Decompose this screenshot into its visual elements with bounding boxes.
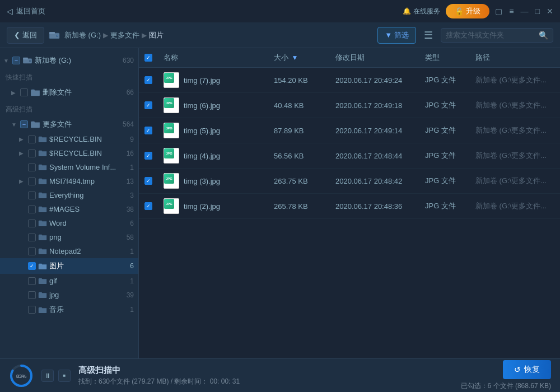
online-service[interactable]: 🔔 在线服务 xyxy=(403,7,440,16)
sidebar-item-drive[interactable]: ▼ 新加卷 (G:) 630 xyxy=(0,53,138,68)
sidebar-item-word[interactable]: Word 6 xyxy=(0,216,138,230)
sidebar-item-gif[interactable]: gif 1 xyxy=(0,274,138,288)
status-detail: 找到：630个文件 (279.27 MB) / 剩余时间： 00: 00: 31 xyxy=(78,377,453,386)
sidebar-item-systemvol[interactable]: System Volume Inf... 1 xyxy=(0,160,138,174)
table-row[interactable]: JPG timg (7).jpg 154.20 KB 2020.06.17 20… xyxy=(139,68,560,93)
table-row[interactable]: JPG timg (4).jpg 56.56 KB 2020.06.17 20:… xyxy=(139,143,560,169)
search-input[interactable] xyxy=(446,31,535,39)
sidebar-item-pictures[interactable]: 图片 6 xyxy=(0,258,138,274)
sidebar-item-recycle2[interactable]: ▶ $RECYCLE.BIN 16 xyxy=(0,146,138,160)
maximize-button[interactable]: □ xyxy=(535,7,540,16)
sidebar-checkbox-drive[interactable] xyxy=(12,57,20,64)
sidebar-checkbox-morefiles[interactable] xyxy=(20,120,28,128)
cell-check-0[interactable] xyxy=(139,68,158,93)
row-checkbox-0[interactable] xyxy=(144,76,152,84)
breadcrumb-morefiles[interactable]: 更多文件 xyxy=(110,30,139,40)
table-row[interactable]: JPG timg (2).jpg 265.78 KB 2020.06.17 20… xyxy=(139,194,560,219)
sidebar-checkbox-notepad2[interactable] xyxy=(28,248,36,255)
folder-icon-recycle1 xyxy=(38,136,47,143)
sidebar-item-deletefiles[interactable]: ▶ 删除文件 66 xyxy=(0,85,138,100)
sidebar-checkbox-jpg[interactable] xyxy=(28,291,36,299)
row-checkbox-2[interactable] xyxy=(144,127,152,134)
sidebar-label-drive: 新加卷 (G:) xyxy=(35,55,71,66)
cell-date-2: 2020.06.17 20:49:14 xyxy=(330,118,419,143)
header-checkbox[interactable] xyxy=(144,54,152,62)
cell-size-4: 263.75 KB xyxy=(268,169,330,194)
sidebar-checkbox-delete[interactable] xyxy=(20,88,28,96)
table-row[interactable]: JPG timg (5).jpg 87.89 KB 2020.06.17 20:… xyxy=(139,118,560,143)
col-header-date[interactable]: 修改日期 xyxy=(330,48,419,68)
sidebar-item-png[interactable]: png 58 xyxy=(0,230,138,244)
filter-button[interactable]: ▼ 筛选 xyxy=(377,27,416,44)
sidebar-checkbox-systemvol[interactable] xyxy=(28,164,36,171)
folder-icon-jpg xyxy=(38,291,47,298)
sidebar-checkbox-msi[interactable] xyxy=(28,178,36,185)
table-row[interactable]: JPG timg (3).jpg 263.75 KB 2020.06.17 20… xyxy=(139,169,560,194)
row-checkbox-1[interactable] xyxy=(144,101,152,109)
svg-text:83%: 83% xyxy=(16,374,26,379)
cell-size-5: 265.78 KB xyxy=(268,194,330,219)
cell-type-2: JPG 文件 xyxy=(419,118,470,143)
restore-button[interactable]: ↺ 恢复 xyxy=(503,360,551,379)
expand-icon-delete: ▶ xyxy=(11,90,18,96)
sidebar-checkbox-pictures[interactable] xyxy=(28,262,36,270)
cell-type-0: JPG 文件 xyxy=(419,68,470,93)
col-header-check[interactable] xyxy=(139,48,158,68)
minimize-button[interactable]: — xyxy=(521,7,529,16)
folder-icon-msi xyxy=(38,178,47,185)
svg-point-3 xyxy=(57,35,58,36)
sidebar-label-png: png xyxy=(49,233,62,241)
sidebar-checkbox-png[interactable] xyxy=(28,234,36,241)
sidebar-item-everything[interactable]: Everything 3 xyxy=(0,188,138,202)
back-home-button[interactable]: ◁ 返回首页 xyxy=(7,6,45,16)
drive-icon xyxy=(49,31,60,40)
sidebar-item-notepad2[interactable]: Notepad2 1 xyxy=(0,244,138,258)
breadcrumb-pictures[interactable]: 图片 xyxy=(149,30,164,40)
status-detail-time: 00: 00: 31 xyxy=(210,377,240,385)
folder-icon-png xyxy=(38,234,47,241)
sidebar-item-mages[interactable]: #MAGES 38 xyxy=(0,202,138,216)
cell-check-3[interactable] xyxy=(139,143,158,169)
settings-button[interactable]: ≡ xyxy=(509,7,514,16)
sidebar-label-notepad2: Notepad2 xyxy=(49,247,81,255)
breadcrumb-drive[interactable]: 新加卷 (G:) xyxy=(64,30,101,40)
close-button[interactable]: ✕ xyxy=(547,7,553,16)
back-icon: ❮ xyxy=(14,31,20,39)
sidebar-checkbox-gif[interactable] xyxy=(28,277,36,285)
col-header-size[interactable]: 大小 ▼ xyxy=(268,48,330,68)
sidebar-item-morefiles[interactable]: ▼ 更多文件 564 xyxy=(0,116,138,132)
row-checkbox-4[interactable] xyxy=(144,177,152,185)
row-checkbox-3[interactable] xyxy=(144,152,152,160)
stop-button[interactable]: ■ xyxy=(58,370,71,382)
cell-check-2[interactable] xyxy=(139,118,158,143)
row-checkbox-5[interactable] xyxy=(144,202,152,210)
file-icon-4: JPG xyxy=(164,173,179,189)
file-icon-3: JPG xyxy=(164,148,179,164)
sidebar-checkbox-everything[interactable] xyxy=(28,192,36,199)
folder-icon-notepad2 xyxy=(38,248,47,255)
sidebar-item-recycle1[interactable]: ▶ $RECYCLE.BIN 9 xyxy=(0,132,138,146)
sidebar-checkbox-recycle1[interactable] xyxy=(28,136,36,143)
cell-check-4[interactable] xyxy=(139,169,158,194)
search-icon[interactable]: 🔍 xyxy=(539,31,548,40)
sidebar-checkbox-mages[interactable] xyxy=(28,206,36,213)
pause-button[interactable]: ⏸ xyxy=(41,370,54,382)
sidebar-checkbox-recycle2[interactable] xyxy=(28,150,36,157)
sidebar-item-jpg[interactable]: jpg 39 xyxy=(0,288,138,302)
sidebar-item-music[interactable]: 音乐 1 xyxy=(0,302,138,318)
back-button[interactable]: ❮ 返回 xyxy=(7,27,44,44)
upgrade-button[interactable]: 🔓 升级 xyxy=(446,4,489,18)
sort-button[interactable]: ☰ xyxy=(421,27,436,44)
col-header-name[interactable]: 名称 xyxy=(158,48,268,68)
cell-type-3: JPG 文件 xyxy=(419,143,470,169)
sidebar-toggle-button[interactable]: ▢ xyxy=(495,7,502,16)
cell-check-1[interactable] xyxy=(139,93,158,118)
cell-check-5[interactable] xyxy=(139,194,158,219)
table-row[interactable]: JPG timg (6).jpg 40.48 KB 2020.06.17 20:… xyxy=(139,93,560,118)
col-header-type[interactable]: 类型 xyxy=(419,48,470,68)
breadcrumb-sep-2: ▶ xyxy=(142,31,147,39)
sidebar-item-msi7f494[interactable]: ▶ MSI7f494.tmp 13 xyxy=(0,174,138,188)
sidebar-checkbox-word[interactable] xyxy=(28,220,36,227)
cell-size-0: 154.20 KB xyxy=(268,68,330,93)
sidebar-checkbox-music[interactable] xyxy=(28,306,36,314)
